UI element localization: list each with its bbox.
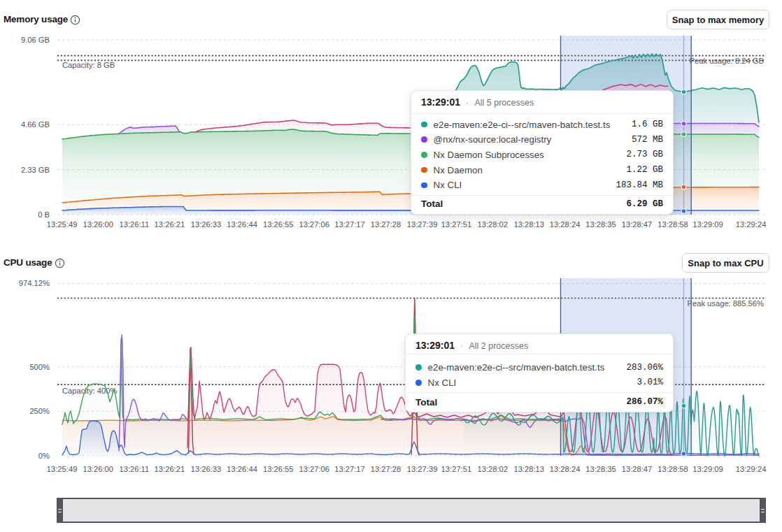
svg-text:974.12%: 974.12%	[19, 279, 50, 287]
svg-text:13:26:55: 13:26:55	[263, 465, 294, 473]
svg-text:Peak usage: 885.56%: Peak usage: 885.56%	[688, 299, 765, 308]
svg-text:13:27:06: 13:27:06	[299, 465, 330, 473]
svg-text:13:29:24: 13:29:24	[736, 220, 767, 229]
svg-text:13:29:09: 13:29:09	[692, 220, 723, 229]
svg-text:500%: 500%	[29, 363, 50, 371]
svg-text:13:26:44: 13:26:44	[227, 465, 257, 473]
svg-text:13:28:13: 13:28:13	[513, 220, 544, 229]
svg-text:13:26:21: 13:26:21	[155, 220, 185, 229]
svg-text:13:25:49: 13:25:49	[47, 220, 78, 229]
svg-text:13:26:44: 13:26:44	[227, 220, 257, 229]
svg-text:0%: 0%	[38, 452, 50, 460]
svg-text:13:26:00: 13:26:00	[83, 220, 113, 229]
svg-text:13:27:17: 13:27:17	[334, 220, 365, 229]
svg-text:13:28:58: 13:28:58	[657, 465, 688, 473]
svg-text:13:28:35: 13:28:35	[585, 220, 616, 229]
svg-text:Peak usage: 8.24 GB: Peak usage: 8.24 GB	[690, 57, 764, 65]
svg-text:13:28:58: 13:28:58	[657, 220, 688, 229]
svg-text:13:26:11: 13:26:11	[119, 465, 149, 473]
svg-text:13:26:11: 13:26:11	[119, 220, 149, 229]
svg-text:13:27:06: 13:27:06	[299, 220, 330, 229]
svg-text:13:27:39: 13:27:39	[407, 465, 438, 473]
svg-text:13:28:24: 13:28:24	[550, 220, 581, 229]
svg-text:13:28:02: 13:28:02	[478, 220, 509, 229]
svg-text:4.66 GB: 4.66 GB	[21, 120, 50, 129]
svg-text:13:27:28: 13:27:28	[371, 220, 401, 229]
svg-text:13:27:28: 13:27:28	[371, 465, 401, 473]
svg-text:13:28:47: 13:28:47	[622, 465, 653, 473]
svg-text:250%: 250%	[29, 407, 50, 415]
svg-text:13:25:49: 13:25:49	[47, 465, 78, 473]
svg-text:13:28:35: 13:28:35	[585, 465, 616, 473]
svg-text:13:27:51: 13:27:51	[441, 465, 472, 473]
svg-text:9.06 GB: 9.06 GB	[21, 36, 50, 44]
svg-text:0 B: 0 B	[38, 210, 50, 219]
svg-text:13:27:51: 13:27:51	[441, 220, 472, 229]
svg-text:13:28:24: 13:28:24	[550, 465, 581, 473]
svg-text:13:26:33: 13:26:33	[191, 220, 222, 229]
svg-text:Capacity: 8 GB: Capacity: 8 GB	[62, 61, 115, 69]
svg-text:13:26:00: 13:26:00	[83, 465, 113, 473]
svg-text:Capacity: 400%: Capacity: 400%	[62, 387, 117, 395]
svg-text:13:29:24: 13:29:24	[736, 465, 767, 473]
svg-text:13:29:09: 13:29:09	[692, 465, 723, 473]
svg-text:13:26:21: 13:26:21	[155, 465, 185, 473]
svg-text:13:26:33: 13:26:33	[191, 465, 222, 473]
svg-text:13:28:02: 13:28:02	[478, 465, 509, 473]
svg-text:13:26:55: 13:26:55	[263, 220, 294, 229]
svg-text:13:27:17: 13:27:17	[334, 465, 365, 473]
svg-text:13:28:13: 13:28:13	[513, 465, 544, 473]
svg-text:13:28:47: 13:28:47	[622, 220, 653, 229]
svg-text:13:27:39: 13:27:39	[407, 220, 438, 229]
svg-text:2.33 GB: 2.33 GB	[21, 166, 50, 174]
